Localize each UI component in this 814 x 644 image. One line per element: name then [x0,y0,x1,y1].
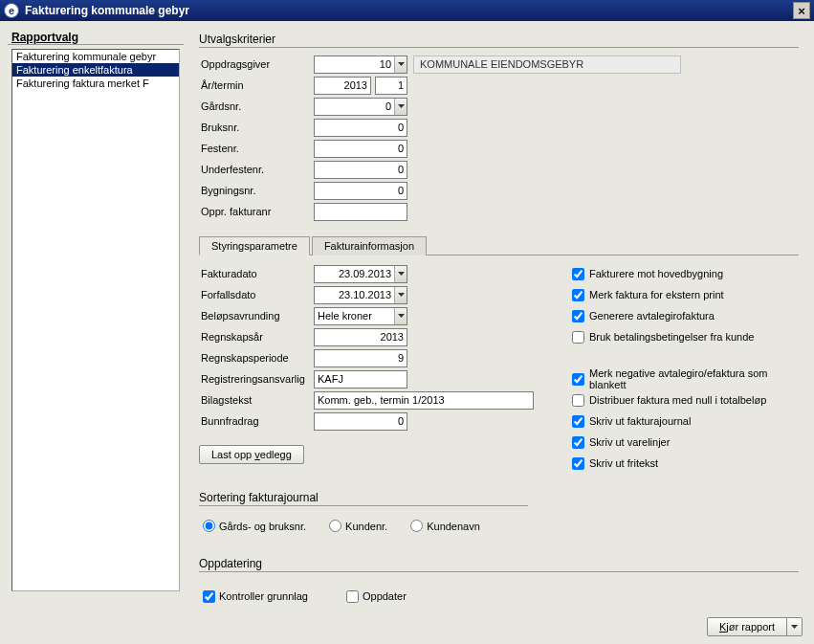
run-report-split-button[interactable]: Kjør rapport [707,617,803,636]
oppr-fakturanr-input[interactable] [314,203,407,221]
chk-label: Fakturere mot hovedbygning [589,268,723,279]
fakturadato-combo[interactable] [314,265,407,283]
chk-label: Bruk betalingsbetingelser fra kunde [589,331,754,343]
window-title: Fakturering kommunale gebyr [25,4,189,17]
chevron-down-icon[interactable] [394,287,407,303]
chevron-down-icon[interactable] [787,617,803,636]
aar-termin-label: År/termin [199,79,314,91]
chk-label: Merk negative avtalegiro/efaktura som bl… [589,367,799,390]
update-title: Oppdatering [199,557,799,572]
chevron-down-icon[interactable] [394,266,407,282]
aar-input[interactable] [314,77,371,95]
festenr-input[interactable] [314,140,407,158]
bunnfradrag-label: Bunnfradrag [199,415,314,427]
bunnfradrag-input[interactable] [314,412,407,431]
sidebar-title: Rapportvalg [8,29,184,45]
chk-kontroller-grunnlag[interactable] [203,590,215,603]
app-icon: e [4,3,19,18]
regnskapsperiode-input[interactable] [314,349,407,367]
criteria-group: Utvalgskriterier Oppdragsgiver KOMMUNALE… [191,29,806,230]
tab-styringsparametre[interactable]: Styringsparametre [199,236,310,255]
report-item-merket-f[interactable]: Fakturering faktura merket F [12,77,179,90]
registreringsansvarlig-input[interactable] [314,370,407,389]
report-item-kommunale[interactable]: Fakturering kommunale gebyr [12,50,179,63]
gardsnr-label: Gårdsnr. [199,100,314,112]
sorting-group: Sortering fakturajournal Gårds- og bruks… [191,487,536,547]
belopsavrunding-label: Beløpsavrunding [199,310,314,322]
festenr-label: Festenr. [199,143,314,154]
close-icon[interactable]: × [793,2,810,19]
bygningsnr-label: Bygningsnr. [199,185,314,196]
gardsnr-combo[interactable] [314,98,407,116]
sidebar-panel: Rapportvalg Fakturering kommunale gebyr … [8,29,184,595]
footer: Kjør rapport [707,617,803,636]
registreringsansvarlig-label: Registreringsansvarlig [199,373,314,385]
bruksnr-input[interactable] [314,119,407,137]
radio-kundenr[interactable]: Kundenr. [329,520,387,532]
bygningsnr-input[interactable] [314,182,407,200]
titlebar: e Fakturering kommunale gebyr × [0,0,814,21]
chk-merk-negative[interactable] [572,373,584,386]
chevron-down-icon[interactable] [394,308,407,324]
regnskapsperiode-label: Regnskapsperiode [199,352,314,364]
bilagstekst-label: Bilagstekst [199,394,314,406]
chk-label: Merk faktura for ekstern print [589,289,724,300]
forfallsdato-label: Forfallsdato [199,289,314,300]
chk-label: Skriv ut fritekst [589,457,658,469]
belopsavrunding-combo[interactable] [314,307,407,325]
chk-skriv-fritekst[interactable] [572,457,584,470]
chk-fakturere-hovedbygning[interactable] [572,268,584,280]
upload-attachment-button[interactable]: Last opp vedlegg [199,445,304,464]
tab-fakturainformasjon[interactable]: Fakturainformasjon [312,236,427,255]
chevron-down-icon[interactable] [394,56,407,73]
report-list[interactable]: Fakturering kommunale gebyr Fakturering … [11,49,180,591]
chk-kontroller-grunnlag-wrap[interactable]: Kontroller grunnlag [203,586,308,607]
chevron-down-icon[interactable] [394,99,407,115]
report-item-enkeltfaktura[interactable]: Fakturering enkeltfaktura [12,63,179,77]
gardsnr-input[interactable] [315,99,394,115]
radio-gards-bruksnr[interactable]: Gårds- og bruksnr. [203,520,306,532]
chk-merk-ekstern-print[interactable] [572,289,584,301]
forfallsdato-input[interactable] [315,287,394,303]
chk-generere-avtalegiro[interactable] [572,310,584,322]
oppdragsgiver-input[interactable] [315,56,394,73]
chk-oppdater[interactable] [346,590,359,603]
oppr-fakturanr-label: Oppr. fakturanr [199,206,314,217]
bilagstekst-input[interactable] [314,391,534,410]
chk-oppdater-wrap[interactable]: Oppdater [346,586,407,607]
regnskapsaar-input[interactable] [314,328,407,346]
tabs: Styringsparametre Fakturainformasjon [199,235,799,255]
sorting-title: Sortering fakturajournal [199,491,528,506]
bruksnr-label: Bruksnr. [199,122,314,133]
chk-label: Generere avtalegirofaktura [589,310,715,322]
termin-input[interactable] [375,77,407,95]
forfallsdato-combo[interactable] [314,286,407,304]
fakturadato-input[interactable] [315,266,394,282]
chk-skriv-fakturajournal[interactable] [572,415,584,428]
run-report-button[interactable]: Kjør rapport [707,617,787,636]
underfestenr-label: Underfestenr. [199,164,314,175]
chk-betalingsbetingelser[interactable] [572,331,584,344]
chk-distribuer-null[interactable] [572,394,584,407]
params-group: Styringsparametre Fakturainformasjon Fak… [191,235,806,481]
criteria-title: Utvalgskriterier [199,33,799,48]
update-group: Oppdatering Kontroller grunnlag Oppdater [191,553,806,622]
underfestenr-input[interactable] [314,161,407,179]
chk-label: Distribuer faktura med null i totalbeløp [589,394,766,406]
belopsavrunding-input[interactable] [315,308,394,324]
regnskapsaar-label: Regnskapsår [199,331,314,343]
oppdragsgiver-combo[interactable] [314,56,407,74]
oppdragsgiver-text: KOMMUNALE EIENDOMSGEBYR [413,56,681,74]
oppdragsgiver-label: Oppdragsgiver [199,58,314,70]
chk-label: Skriv ut varelinjer [589,436,670,448]
chk-label: Skriv ut fakturajournal [589,415,691,427]
fakturadato-label: Fakturadato [199,268,314,279]
radio-kundenavn[interactable]: Kundenavn [410,520,480,532]
chk-skriv-varelinjer[interactable] [572,436,584,449]
